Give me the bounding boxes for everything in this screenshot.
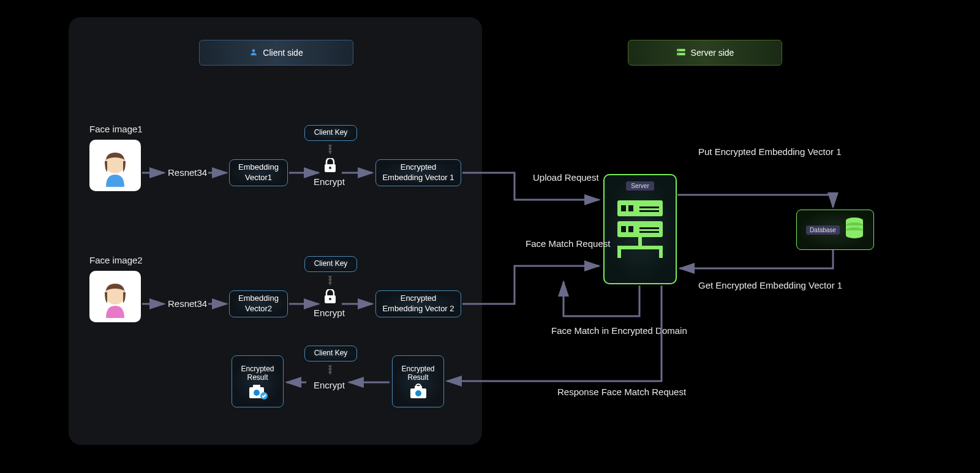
svg-rect-25 bbox=[628, 226, 633, 232]
server-header: Server side bbox=[628, 40, 782, 66]
client-header: Client side bbox=[199, 40, 353, 66]
camera-lock-icon bbox=[409, 384, 428, 401]
chevron-down-icon: ▼▼▼ bbox=[327, 365, 333, 374]
svg-rect-12 bbox=[253, 385, 260, 388]
encvec1-box: Encrypted Embedding Vector 1 bbox=[375, 159, 461, 186]
match-domain-label: Face Match in Encrypted Domain bbox=[551, 325, 662, 337]
svg-point-7 bbox=[329, 167, 331, 169]
database-icon bbox=[845, 217, 864, 243]
encrypt2-label: Encrypt bbox=[314, 308, 345, 318]
enc-result-left: Encrypted Result bbox=[232, 355, 284, 407]
face1-label: Face image1 bbox=[89, 124, 143, 134]
lock-icon bbox=[323, 289, 337, 306]
upload-req-label: Upload Request bbox=[533, 172, 594, 184]
database-badge: Database bbox=[806, 225, 840, 235]
client-key-3: Client Key bbox=[304, 346, 357, 361]
get-vec-label: Get Encrypted Embedding Vector 1 bbox=[698, 279, 796, 292]
put-vec-label: Put Encrypted Embedding Vector 1 bbox=[698, 146, 796, 158]
server-small-icon bbox=[676, 48, 686, 58]
svg-rect-19 bbox=[621, 205, 626, 211]
resnet1-label: Resnet34 bbox=[168, 167, 207, 178]
database-box: Database bbox=[796, 210, 874, 250]
client-key-2: Client Key bbox=[304, 256, 357, 272]
svg-rect-24 bbox=[621, 226, 626, 232]
svg-rect-26 bbox=[639, 227, 659, 229]
svg-point-0 bbox=[252, 49, 255, 52]
client-header-label: Client side bbox=[263, 48, 303, 58]
svg-point-13 bbox=[254, 390, 260, 396]
client-key-1: Client Key bbox=[304, 125, 357, 141]
lock-icon bbox=[323, 158, 337, 175]
enc-result-right: Encrypted Result bbox=[392, 355, 444, 407]
svg-rect-30 bbox=[617, 249, 621, 258]
face2-avatar bbox=[89, 271, 141, 322]
embed1-box: Embedding Vector1 bbox=[229, 159, 288, 186]
svg-rect-29 bbox=[617, 246, 663, 249]
svg-point-4 bbox=[678, 53, 679, 54]
encrypt1-label: Encrypt bbox=[314, 176, 345, 187]
server-header-label: Server side bbox=[691, 48, 734, 58]
svg-rect-31 bbox=[659, 249, 663, 258]
svg-rect-21 bbox=[639, 206, 659, 208]
svg-point-17 bbox=[415, 390, 421, 396]
svg-point-10 bbox=[329, 298, 331, 300]
person-icon bbox=[249, 48, 258, 58]
embed2-box: Embedding Vector2 bbox=[229, 290, 288, 317]
svg-rect-28 bbox=[638, 237, 642, 247]
face2-label: Face image2 bbox=[89, 255, 143, 265]
face-icon bbox=[94, 144, 137, 187]
svg-point-3 bbox=[678, 50, 679, 50]
chevron-down-icon: ▼▼▼ bbox=[327, 145, 333, 154]
svg-rect-22 bbox=[639, 210, 659, 212]
match-req-label: Face Match Request bbox=[526, 238, 599, 250]
camera-check-icon bbox=[248, 384, 268, 401]
resnet2-label: Resnet34 bbox=[168, 298, 207, 309]
chevron-down-icon: ▼▼▼ bbox=[327, 276, 333, 285]
face-icon bbox=[94, 275, 137, 318]
encvec2-box: Encrypted Embedding Vector 2 bbox=[375, 290, 461, 317]
server-rack-icon bbox=[615, 198, 665, 268]
server-box: Server bbox=[603, 174, 677, 284]
encrypt3-label: Encrypt bbox=[314, 380, 345, 390]
server-badge: Server bbox=[626, 181, 654, 191]
face1-avatar bbox=[89, 140, 141, 191]
resp-match-label: Response Face Match Request bbox=[557, 386, 655, 398]
svg-rect-27 bbox=[639, 231, 659, 233]
svg-rect-20 bbox=[628, 205, 633, 211]
